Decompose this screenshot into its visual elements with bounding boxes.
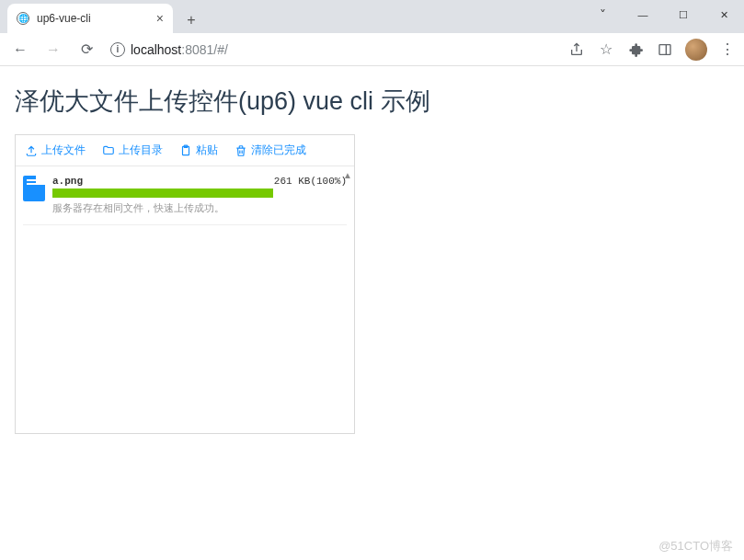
- globe-icon: 🌐: [17, 12, 29, 25]
- upload-toolbar: 上传文件 上传目录 粘贴 清除已完成: [16, 135, 354, 166]
- file-item: a.png 261 KB(100%) 服务器存在相同文件，快速上传成功。: [23, 172, 347, 225]
- svg-rect-0: [659, 44, 670, 54]
- page-content: 泽优大文件上传控件(up6) vue cli 示例 上传文件 上传目录 粘贴: [0, 66, 744, 452]
- address-bar: ← → ⟳ i localhost:8081/#/ ☆ ⋮: [0, 33, 744, 66]
- close-window-button[interactable]: ✕: [704, 0, 744, 29]
- file-list: ▲ a.png 261 KB(100%) 服务器存在相同文件，快速上传成功。: [16, 166, 354, 433]
- upload-dir-label: 上传目录: [119, 143, 163, 158]
- url-host: localhost: [131, 42, 181, 57]
- side-panel-icon[interactable]: [656, 40, 674, 59]
- upload-panel: 上传文件 上传目录 粘贴 清除已完成: [15, 134, 355, 434]
- page-title: 泽优大文件上传控件(up6) vue cli 示例: [15, 85, 729, 118]
- star-icon[interactable]: ☆: [597, 40, 615, 59]
- paste-button[interactable]: 粘贴: [179, 143, 218, 158]
- site-info-icon[interactable]: i: [110, 42, 125, 57]
- extensions-icon[interactable]: [626, 40, 645, 59]
- file-status: 服务器存在相同文件，快速上传成功。: [52, 201, 347, 215]
- upload-file-label: 上传文件: [41, 143, 86, 158]
- upload-dir-button[interactable]: 上传目录: [102, 143, 163, 158]
- minimize-button[interactable]: —: [623, 0, 663, 29]
- profile-avatar[interactable]: [685, 39, 707, 61]
- menu-icon[interactable]: ⋮: [718, 40, 737, 59]
- watermark: @51CTO博客: [658, 538, 733, 554]
- clear-done-label: 清除已完成: [251, 143, 306, 158]
- forward-button[interactable]: →: [40, 37, 66, 63]
- browser-tab[interactable]: 🌐 up6-vue-cli ×: [7, 4, 173, 33]
- close-icon[interactable]: ×: [156, 11, 164, 26]
- file-icon: [23, 176, 45, 201]
- clear-done-button[interactable]: 清除已完成: [235, 143, 306, 158]
- file-size: 261 KB(100%): [274, 176, 347, 187]
- url-port: :8081: [181, 42, 213, 57]
- progress-bar: [52, 189, 273, 198]
- window-controls: ˅ — ☐ ✕: [582, 0, 744, 29]
- scroll-up-icon[interactable]: ▲: [343, 170, 352, 180]
- upload-file-button[interactable]: 上传文件: [25, 143, 86, 158]
- share-icon[interactable]: [567, 40, 586, 59]
- trash-icon: [235, 144, 247, 157]
- clipboard-icon: [179, 144, 192, 157]
- new-tab-button[interactable]: +: [178, 7, 204, 33]
- upload-icon: [25, 144, 38, 157]
- reload-button[interactable]: ⟳: [74, 37, 99, 63]
- url-box[interactable]: i localhost:8081/#/: [110, 42, 228, 57]
- maximize-button[interactable]: ☐: [663, 0, 704, 29]
- paste-label: 粘贴: [196, 143, 218, 158]
- url-path: /#/: [213, 42, 228, 57]
- file-name: a.png: [52, 176, 83, 187]
- folder-icon: [102, 144, 115, 157]
- back-button[interactable]: ←: [7, 37, 33, 63]
- chevron-down-icon[interactable]: ˅: [582, 0, 623, 29]
- tab-title: up6-vue-cli: [37, 12, 91, 25]
